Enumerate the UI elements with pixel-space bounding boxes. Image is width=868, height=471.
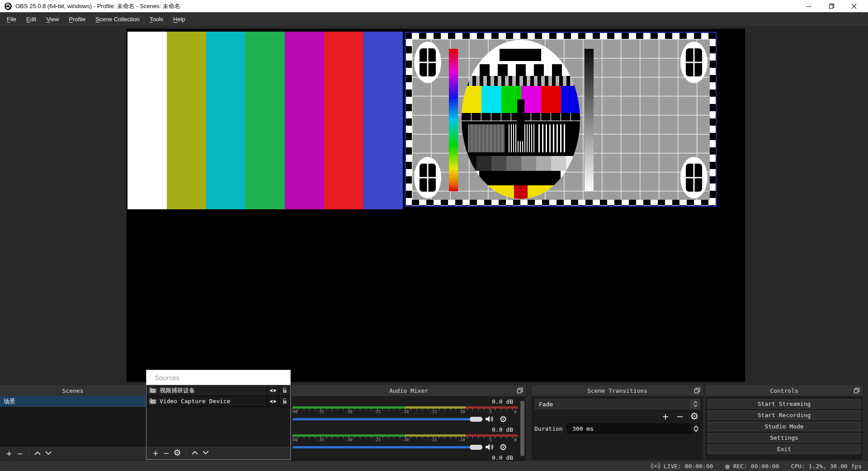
- move-source-up-button[interactable]: [189, 447, 200, 458]
- meter-tick-label: -10: [458, 438, 465, 442]
- add-source-button[interactable]: +: [150, 447, 161, 458]
- channel-settings-button[interactable]: ⚙: [498, 443, 509, 452]
- obs-logo-icon: [5, 3, 12, 10]
- move-source-down-button[interactable]: [200, 447, 211, 458]
- close-icon: [851, 4, 857, 9]
- minimize-icon: [806, 4, 811, 9]
- popout-icon[interactable]: [517, 387, 523, 394]
- source-lock-toggle[interactable]: [278, 396, 290, 407]
- transition-select-spinner[interactable]: [690, 399, 700, 410]
- source-list-item[interactable]: Video Capture Device: [146, 396, 290, 407]
- source-visibility-toggle[interactable]: [267, 385, 278, 396]
- color-bar: [167, 32, 206, 209]
- unlock-icon: [282, 398, 288, 404]
- transition-select[interactable]: Fade: [534, 399, 700, 410]
- mixer-channel: 0.0 dB -40 -35 -30 -25 -20 -15 -10 -5 0: [292, 426, 526, 452]
- meter-tick-label: -10: [458, 410, 465, 414]
- popout-icon[interactable]: [854, 387, 860, 394]
- duration-input[interactable]: 300 ms: [567, 423, 700, 434]
- color-bars-source[interactable]: [127, 32, 403, 209]
- rec-status: REC: 00:00:00: [733, 463, 779, 470]
- testcard-gray-steps: [462, 156, 580, 171]
- color-bar: [285, 32, 324, 209]
- gear-icon: ⚙: [500, 443, 507, 452]
- scene-transitions-panel: Scene Transitions Fade + − ⚙ Duration: [532, 385, 703, 460]
- title-bar: OBS 25.0.8 (64-bit, windows) - Profile: …: [0, 0, 868, 12]
- test-card-source[interactable]: [405, 32, 717, 207]
- duration-label: Duration: [534, 425, 567, 432]
- menu-file[interactable]: File: [3, 14, 20, 24]
- volume-meter: -40 -35 -30 -25 -20 -15 -10 -5 0: [292, 434, 518, 442]
- minimize-button[interactable]: [797, 0, 820, 12]
- chevron-up-icon: [192, 451, 198, 455]
- source-properties-button[interactable]: ⚙: [172, 447, 183, 458]
- menu-help[interactable]: Help: [169, 14, 189, 24]
- add-transition-button[interactable]: +: [660, 411, 670, 422]
- live-status: LIVE: 00:00:00: [664, 463, 713, 470]
- menu-view[interactable]: View: [42, 14, 63, 24]
- window-title: OBS 25.0.8 (64-bit, windows) - Profile: …: [15, 2, 180, 10]
- volume-db-label: 0.0 dB: [492, 426, 513, 433]
- controls-header[interactable]: Controls: [706, 385, 863, 396]
- move-scene-up-button[interactable]: [32, 448, 43, 459]
- volume-slider-handle[interactable]: [470, 445, 482, 450]
- meter-tick-label: -30: [345, 438, 352, 442]
- menu-edit[interactable]: Edit: [22, 14, 40, 24]
- meter-tick-label: -5: [487, 410, 492, 414]
- gear-icon: ⚙: [173, 448, 181, 457]
- audio-mixer-panel: Audio Mixer 0.0 dB -40 -35 -30 -25 -20 -…: [292, 385, 526, 460]
- duration-spinner[interactable]: [691, 423, 700, 434]
- scene-name: 场景: [4, 397, 15, 405]
- scenes-panel: Scenes 场景 + −: [0, 385, 146, 460]
- obs-window: OBS 25.0.8 (64-bit, windows) - Profile: …: [0, 0, 868, 471]
- broadcast-icon: [651, 463, 660, 469]
- remove-source-button[interactable]: −: [161, 447, 172, 458]
- start-streaming-button[interactable]: Start Streaming: [708, 399, 861, 409]
- audio-mixer-header[interactable]: Audio Mixer: [292, 385, 526, 396]
- meter-tick-label: -15: [429, 410, 437, 414]
- menu-profile[interactable]: Profile: [65, 14, 90, 24]
- meter-tick-label: -15: [429, 438, 437, 442]
- chevron-up-icon: [34, 451, 41, 455]
- mixer-scrollbar[interactable]: [520, 401, 524, 456]
- menu-scene-collection[interactable]: Scene Collection: [91, 14, 144, 24]
- popout-icon[interactable]: [694, 387, 700, 394]
- channel-settings-button[interactable]: ⚙: [498, 415, 509, 424]
- scenes-title: Scenes: [62, 387, 84, 394]
- mute-toggle[interactable]: [484, 415, 495, 423]
- volume-slider[interactable]: [292, 442, 481, 452]
- meter-tick-label: -40: [290, 410, 297, 414]
- chevron-down-icon: [45, 451, 52, 455]
- source-visibility-toggle[interactable]: [267, 396, 278, 407]
- gear-icon: ⚙: [500, 415, 507, 424]
- chevron-up-icon: [693, 425, 698, 429]
- studio-mode-button[interactable]: Studio Mode: [708, 422, 861, 431]
- meter-tick-label: -20: [401, 438, 409, 442]
- menu-tools[interactable]: Tools: [146, 14, 167, 24]
- remove-transition-button[interactable]: −: [675, 411, 685, 422]
- volume-slider[interactable]: [292, 414, 481, 424]
- sources-panel: Sources 视频捕获设备: [146, 370, 291, 460]
- source-lock-toggle[interactable]: [278, 385, 290, 396]
- start-recording-button[interactable]: Start Recording: [708, 410, 861, 420]
- source-list-item[interactable]: 视频捕获设备: [146, 385, 290, 396]
- move-scene-down-button[interactable]: [43, 448, 54, 459]
- mute-toggle[interactable]: [484, 443, 495, 451]
- cpu-fps-status: CPU: 1.2%, 30.00 fps: [791, 463, 862, 470]
- exit-button[interactable]: Exit: [708, 444, 861, 454]
- remove-scene-button[interactable]: −: [14, 448, 25, 459]
- close-button[interactable]: [843, 0, 865, 12]
- chevron-up-icon: [693, 401, 698, 404]
- settings-button[interactable]: Settings: [708, 433, 861, 443]
- audio-mixer-body: 0.0 dB -40 -35 -30 -25 -20 -15 -10 -5 0: [292, 398, 526, 462]
- scenes-header[interactable]: Scenes: [0, 385, 146, 396]
- video-capture-icon: [149, 387, 156, 393]
- add-scene-button[interactable]: +: [4, 448, 14, 459]
- scene-list-item[interactable]: 场景: [0, 396, 146, 407]
- scene-transitions-header[interactable]: Scene Transitions: [532, 385, 703, 396]
- transition-properties-button[interactable]: ⚙: [689, 411, 699, 422]
- volume-slider-handle[interactable]: [470, 417, 482, 422]
- menu-bar: File Edit View Profile Scene Collection …: [0, 12, 868, 26]
- restore-button[interactable]: [820, 0, 843, 12]
- sources-floating-titlebar[interactable]: Sources: [146, 370, 291, 385]
